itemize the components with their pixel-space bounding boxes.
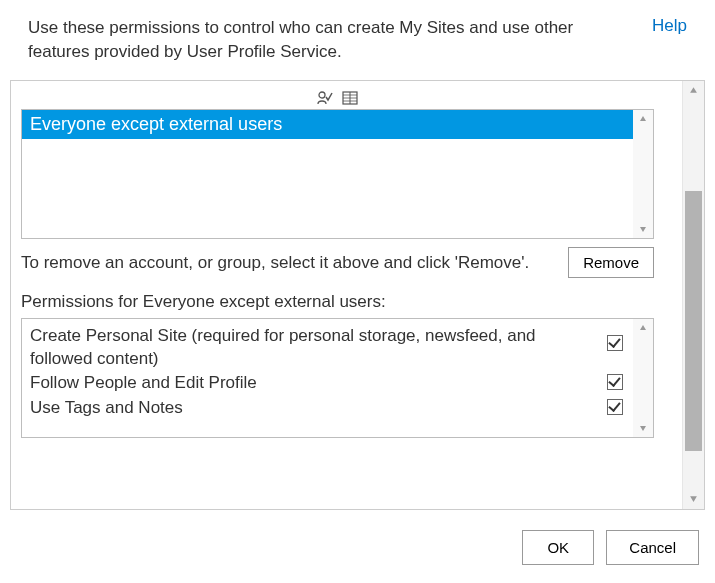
scroll-up-arrow[interactable] (633, 319, 653, 337)
svg-marker-8 (640, 426, 646, 431)
ok-button[interactable]: OK (522, 530, 594, 565)
browse-directory-icon[interactable] (342, 90, 358, 104)
permissions-heading: Permissions for Everyone except external… (21, 292, 654, 312)
dialog-panel: Everyone except external users To remove… (10, 80, 705, 510)
cancel-button[interactable]: Cancel (606, 530, 699, 565)
svg-marker-10 (690, 496, 697, 502)
permission-checkbox[interactable] (607, 374, 623, 390)
scrollbar-thumb[interactable] (685, 191, 702, 451)
remove-hint: To remove an account, or group, select i… (21, 251, 568, 275)
page-description: Use these permissions to control who can… (28, 16, 636, 64)
user-list-scrollbar[interactable] (633, 110, 653, 238)
dialog-scrollbar[interactable] (682, 81, 704, 509)
permission-label: Use Tags and Notes (30, 397, 603, 420)
check-names-icon[interactable] (317, 90, 333, 104)
svg-marker-9 (690, 87, 697, 93)
help-link[interactable]: Help (652, 16, 687, 36)
user-picker-toolbar (21, 87, 654, 105)
permission-label: Create Personal Site (required for perso… (30, 325, 603, 371)
scroll-down-arrow[interactable] (633, 220, 653, 238)
permissions-scrollbar[interactable] (633, 319, 653, 437)
scroll-up-arrow[interactable] (633, 110, 653, 128)
scroll-down-arrow[interactable] (683, 489, 704, 509)
svg-marker-7 (640, 325, 646, 330)
svg-marker-6 (640, 227, 646, 232)
scroll-down-arrow[interactable] (633, 419, 653, 437)
permissions-listbox[interactable]: Create Personal Site (required for perso… (21, 318, 654, 438)
user-listbox[interactable]: Everyone except external users (21, 109, 654, 239)
svg-marker-5 (640, 116, 646, 121)
permission-checkbox[interactable] (607, 399, 623, 415)
permission-checkbox[interactable] (607, 335, 623, 351)
remove-button[interactable]: Remove (568, 247, 654, 278)
scroll-up-arrow[interactable] (683, 81, 704, 101)
user-list-item[interactable]: Everyone except external users (22, 110, 633, 139)
permission-label: Follow People and Edit Profile (30, 372, 603, 395)
